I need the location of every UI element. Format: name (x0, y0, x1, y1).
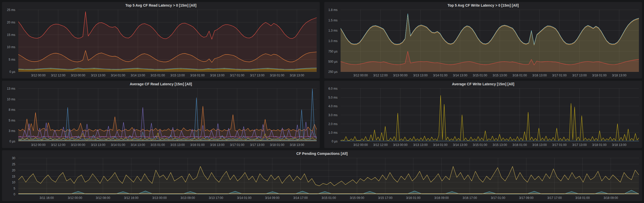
x-tick-label: 3/16 13:00 (210, 74, 225, 77)
read-latency-chart: 0 µs5 ms10 ms15 ms20 ms25 ms 3/12 00:003… (4, 9, 317, 77)
x-axis-labels: 3/12 00:003/12 12:003/13 00:003/13 13:00… (341, 72, 639, 77)
x-tick-label: 3/17 13:00 (572, 143, 587, 147)
x-tick-label: 3/13 09:00 (180, 196, 195, 200)
x-tick-label: 3/13 00:00 (393, 74, 408, 77)
plot-area[interactable] (18, 10, 317, 72)
panel-pending-compactions: CF Pending Compactions [All] 05101520253… (2, 150, 642, 201)
x-tick-label: 3/12 12:00 (373, 74, 388, 77)
x-tick-label: 3/16 13:00 (210, 143, 225, 147)
x-axis-labels: 3/12 00:003/12 12:003/13 00:003/13 13:00… (18, 72, 317, 77)
panel-title[interactable]: Average CF Read Latency [15m] [All] (2, 81, 320, 87)
x-tick-label: 3/12 00:00 (31, 143, 46, 147)
y-tick-label: 5.0 ms (328, 96, 338, 99)
x-tick-label: 3/16 13:00 (532, 143, 547, 147)
y-tick-label: 3 ms (9, 129, 15, 133)
y-axis-labels: 250 µs500 µs750 µs1.0 ms1.3 ms1.5 ms1.8 … (326, 10, 340, 72)
x-tick-label: 3/12 12:00 (51, 74, 65, 77)
y-tick-label: 5 (13, 187, 15, 190)
x-tick-label: 3/14 13:00 (453, 74, 467, 77)
y-tick-label: 0 µs (9, 70, 15, 74)
y-tick-label: 8 ms (9, 108, 15, 112)
y-tick-label: 750 µs (328, 50, 338, 53)
panel-title[interactable]: CF Pending Compactions [All] (2, 150, 642, 157)
x-tick-label: 3/17 01:00 (552, 74, 567, 77)
x-tick-label: 3/12 00:00 (68, 196, 82, 200)
panel-top5-write-latency: Top 5 Avg CF Write Latency > 0 [15m] [Al… (324, 2, 642, 78)
x-tick-label: 3/15 01:00 (321, 196, 336, 200)
x-tick-label: 3/18 01:00 (592, 143, 607, 147)
x-tick-label: 3/16 17:00 (463, 196, 477, 200)
y-tick-label: 10 (12, 181, 15, 184)
x-tick-label: 3/12 00:00 (353, 143, 368, 147)
x-axis-labels: 3/12 00:003/12 12:003/13 00:003/13 13:00… (18, 142, 317, 147)
x-tick-label: 3/12 00:00 (353, 74, 368, 77)
x-tick-label: 3/13 13:00 (91, 143, 105, 147)
x-tick-label: 3/13 13:00 (91, 74, 105, 77)
x-tick-label: 3/15 01:00 (473, 74, 487, 77)
y-tick-label: 0 µs (9, 140, 15, 143)
y-tick-label: 10 ms (7, 98, 15, 101)
panel-avg-write-latency: Average CF Write Latency [15m] [All] 0 µ… (324, 81, 642, 148)
x-tick-label: 3/17 13:00 (250, 74, 264, 77)
y-axis-labels: 051015202530 (4, 158, 17, 194)
x-tick-label: 3/17 17:00 (547, 196, 562, 200)
y-tick-label: 3.0 ms (328, 113, 338, 117)
x-tick-label: 3/15 01:00 (150, 143, 165, 147)
y-tick-label: 1.3 ms (328, 29, 338, 32)
x-tick-label: 3/18 13:00 (612, 143, 626, 147)
x-tick-label: 3/12 16:00 (124, 196, 138, 200)
y-tick-label: 2.0 ms (328, 122, 338, 126)
x-tick-label: 3/13 13:00 (413, 143, 428, 147)
x-tick-label: 3/14 01:00 (111, 143, 125, 147)
y-tick-label: 4.0 ms (328, 104, 338, 108)
y-tick-label: 13 ms (7, 87, 15, 90)
x-tick-label: 3/16 01:00 (512, 143, 527, 147)
x-tick-label: 3/16 01:00 (190, 74, 205, 77)
x-tick-label: 3/12 12:00 (373, 143, 388, 147)
x-tick-label: 3/12 00:00 (31, 74, 46, 77)
x-tick-label: 3/15 01:00 (150, 74, 165, 77)
x-tick-label: 3/16 01:00 (406, 196, 421, 200)
x-tick-label: 3/17 09:00 (519, 196, 534, 200)
y-tick-label: 0 µs (332, 140, 338, 143)
y-tick-label: 10 ms (7, 45, 15, 49)
x-tick-label: 3/14 13:00 (453, 143, 467, 147)
x-tick-label: 3/14 09:00 (265, 196, 279, 200)
x-tick-label: 3/14 01:00 (237, 196, 251, 200)
x-tick-label: 3/13 13:00 (413, 74, 428, 77)
panel-avg-read-latency: Average CF Read Latency [15m] [All] 0 µs… (2, 81, 320, 148)
x-tick-label: 3/14 13:00 (131, 74, 145, 77)
panel-title[interactable]: Average CF Write Latency [15m] [All] (324, 81, 642, 87)
panel-title[interactable]: Top 5 Avg CF Read Latency > 0 [15m] [All… (2, 2, 320, 9)
y-tick-label: 25 (12, 163, 15, 166)
panel-title[interactable]: Top 5 Avg CF Write Latency > 0 [15m] [Al… (324, 2, 642, 9)
x-tick-label: 3/18 01:00 (575, 196, 590, 200)
avg-read-latency-chart: 0 µs3 ms5 ms8 ms10 ms13 ms 3/12 00:003/1… (4, 87, 317, 147)
x-tick-label: 3/15 09:00 (350, 196, 364, 200)
x-tick-label: 3/14 13:00 (131, 143, 145, 147)
x-tick-label: 3/12 12:00 (51, 143, 65, 147)
y-tick-label: 20 (12, 169, 15, 172)
avg-write-latency-chart: 0 µs1.0 ms2.0 ms3.0 ms4.0 ms5.0 ms6.0 ms… (326, 87, 639, 147)
y-tick-label: 1.8 ms (328, 8, 338, 12)
plot-area[interactable] (18, 158, 639, 194)
x-tick-label: 3/18 01:00 (270, 74, 284, 77)
plot-area[interactable] (341, 10, 639, 72)
x-tick-label: 3/14 17:00 (293, 196, 308, 200)
y-axis-labels: 0 µs3 ms5 ms8 ms10 ms13 ms (4, 88, 17, 141)
x-tick-label: 3/16 13:00 (532, 74, 547, 77)
x-tick-label: 3/17 01:00 (230, 74, 244, 77)
x-tick-label: 3/14 01:00 (433, 143, 447, 147)
x-tick-label: 3/15 01:00 (473, 143, 487, 147)
x-tick-label: 3/16 01:00 (512, 74, 527, 77)
x-tick-label: 3/11 16:00 (40, 196, 54, 200)
x-axis-labels: 3/12 00:003/12 12:003/13 00:003/13 13:00… (341, 142, 639, 147)
x-tick-label: 3/13 17:00 (209, 196, 223, 200)
x-tick-label: 3/17 13:00 (250, 143, 264, 147)
pending-compactions-chart: 051015202530 3/11 16:003/12 00:003/12 08… (4, 157, 639, 200)
x-tick-label: 3/18 13:00 (290, 143, 304, 147)
y-tick-label: 1.0 ms (328, 131, 338, 134)
plot-area[interactable] (18, 88, 317, 141)
plot-area[interactable] (341, 88, 639, 141)
x-tick-label: 3/18 13:00 (612, 74, 626, 77)
